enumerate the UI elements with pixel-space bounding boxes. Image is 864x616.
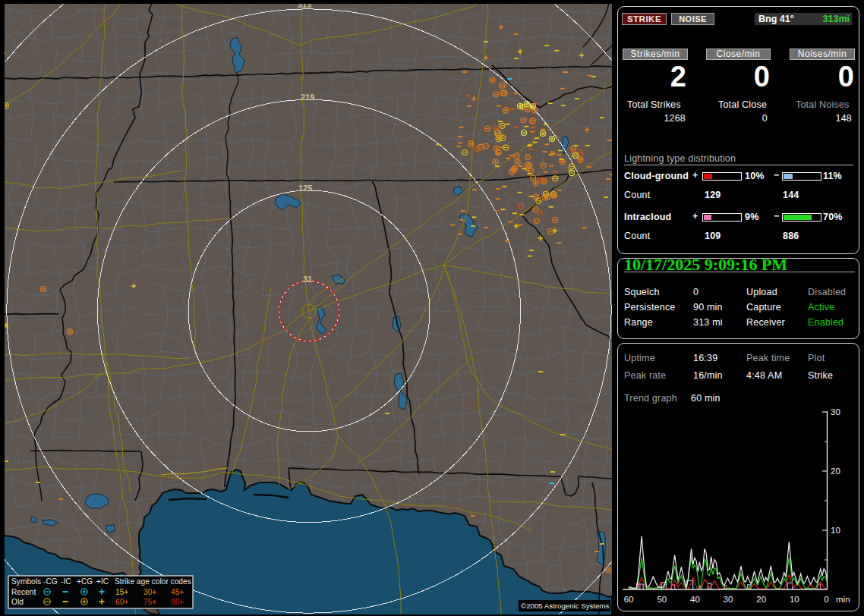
svg-text:30+: 30+ xyxy=(143,588,156,596)
svg-text:15+: 15+ xyxy=(115,588,128,596)
svg-text:20: 20 xyxy=(831,467,840,476)
svg-text:40: 40 xyxy=(690,595,700,604)
svg-text:90+: 90+ xyxy=(171,598,184,606)
svg-text:0: 0 xyxy=(824,595,828,604)
svg-text:©2005 Astrogenic Systems: ©2005 Astrogenic Systems xyxy=(521,602,610,610)
svg-text:Old: Old xyxy=(11,598,24,606)
svg-text:50: 50 xyxy=(657,595,667,604)
svg-text:10: 10 xyxy=(790,595,799,604)
svg-text:31: 31 xyxy=(303,275,312,284)
svg-text:min: min xyxy=(836,595,850,604)
svg-text:313: 313 xyxy=(298,4,311,9)
svg-text:125: 125 xyxy=(298,184,312,193)
svg-text:30: 30 xyxy=(724,595,733,604)
svg-text:60+: 60+ xyxy=(115,598,128,606)
svg-text:-IC: -IC xyxy=(61,577,71,586)
svg-text:+IC: +IC xyxy=(96,577,109,586)
svg-text:10: 10 xyxy=(831,526,840,535)
svg-text:Recent: Recent xyxy=(11,588,36,596)
svg-text:219: 219 xyxy=(301,93,314,102)
svg-text:-CG: -CG xyxy=(43,577,58,586)
svg-text:75+: 75+ xyxy=(143,598,156,606)
svg-text:+CG: +CG xyxy=(77,577,93,586)
svg-text:Symbols: Symbols xyxy=(11,577,41,586)
svg-text:20: 20 xyxy=(756,595,766,604)
svg-text:Strike age color codes: Strike age color codes xyxy=(115,577,191,586)
svg-text:30: 30 xyxy=(831,407,840,416)
svg-text:60: 60 xyxy=(624,595,634,604)
svg-text:45+: 45+ xyxy=(171,588,184,596)
